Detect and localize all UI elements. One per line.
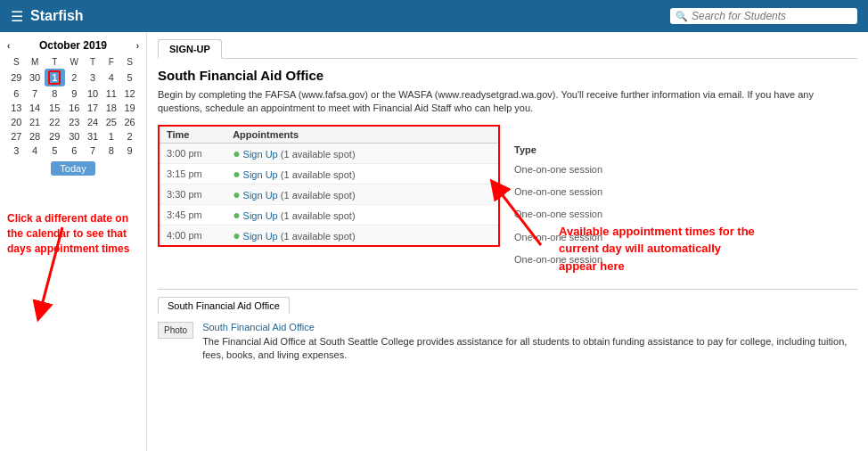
svg-line-1	[40, 227, 62, 312]
signup-link[interactable]: Sign Up	[243, 149, 278, 160]
cal-day[interactable]: 9	[65, 86, 84, 101]
cal-day[interactable]: 30	[26, 69, 45, 86]
time-col-header: Time	[160, 127, 225, 144]
appointment-link-cell: ●Sign Up (1 available spot)	[225, 184, 498, 204]
cal-day[interactable]: 29	[7, 69, 26, 86]
cal-day[interactable]: 1	[102, 129, 120, 144]
availability-text: (1 available spot)	[278, 169, 356, 180]
cal-day[interactable]: 21	[26, 115, 45, 129]
cal-day[interactable]: 27	[7, 129, 26, 144]
cal-day-header: T	[84, 55, 102, 69]
bottom-section: South Financial Aid Office Photo South F…	[158, 289, 857, 363]
cal-day[interactable]: 1	[45, 69, 65, 86]
appointment-time: 3:45 pm	[160, 204, 225, 225]
appointment-row: 4:00 pm●Sign Up (1 available spot)	[160, 225, 498, 245]
cal-day[interactable]: 24	[84, 115, 102, 129]
appointment-row: 3:45 pm●Sign Up (1 available spot)	[160, 204, 498, 225]
cal-day[interactable]: 20	[7, 115, 26, 129]
cal-day[interactable]: 3	[7, 144, 26, 158]
cal-day[interactable]: 12	[120, 86, 139, 101]
search-input[interactable]	[692, 10, 852, 22]
cal-day[interactable]: 14	[26, 101, 45, 115]
cal-day[interactable]: 6	[7, 86, 26, 101]
available-icon: ●	[233, 167, 240, 181]
cal-day[interactable]: 15	[45, 101, 65, 115]
cal-day[interactable]: 7	[84, 144, 102, 158]
search-wrapper: 🔍	[670, 8, 857, 24]
cal-day-header: S	[120, 55, 139, 69]
signup-link[interactable]: Sign Up	[243, 190, 278, 201]
cal-prev-btn[interactable]: ‹	[7, 41, 10, 51]
cal-day[interactable]: 2	[120, 129, 139, 144]
appointment-link-cell: ●Sign Up (1 available spot)	[225, 225, 498, 245]
signup-link[interactable]: Sign Up	[243, 231, 278, 242]
today-button[interactable]: Today	[51, 161, 94, 176]
calendar-header: ‹ October 2019 ›	[7, 39, 139, 52]
cal-day[interactable]: 29	[45, 129, 65, 144]
availability-text: (1 available spot)	[278, 149, 356, 160]
office-bottom-link[interactable]: South Financial Aid Office	[202, 322, 857, 332]
appointment-row: 3:00 pm●Sign Up (1 available spot)	[160, 143, 498, 163]
cal-day-header: S	[7, 55, 26, 69]
type-col-header: Type	[514, 144, 602, 159]
cal-day[interactable]: 8	[45, 86, 65, 101]
cal-day[interactable]: 25	[102, 115, 120, 129]
cal-day[interactable]: 9	[120, 144, 139, 158]
cal-day[interactable]: 16	[65, 101, 84, 115]
available-icon: ●	[233, 146, 240, 160]
cal-day[interactable]: 8	[102, 144, 120, 158]
tabs-container: SIGN-UP	[158, 39, 857, 59]
cal-day-header: W	[65, 55, 84, 69]
photo-box[interactable]: Photo	[158, 322, 193, 339]
bottom-content: Photo South Financial Aid Office The Fin…	[158, 322, 857, 363]
cal-day[interactable]: 4	[102, 69, 120, 86]
cal-day[interactable]: 31	[84, 129, 102, 144]
cal-day[interactable]: 17	[84, 101, 102, 115]
app-title: Starfish	[30, 8, 84, 24]
available-icon: ●	[233, 208, 240, 222]
appointment-time: 3:15 pm	[160, 163, 225, 184]
available-icon: ●	[233, 228, 240, 242]
office-bottom-info: The Financial Aid Office at South Seattl…	[202, 335, 857, 363]
calendar-month-title: October 2019	[39, 39, 107, 52]
main-container: ‹ October 2019 › SMTWTFS 293012345678910…	[0, 32, 868, 451]
appointment-link-cell: ●Sign Up (1 available spot)	[225, 143, 498, 163]
cal-day[interactable]: 19	[120, 101, 139, 115]
app-header: ☰ Starfish 🔍	[0, 0, 868, 32]
availability-text: (1 available spot)	[278, 190, 356, 201]
appointment-link-cell: ●Sign Up (1 available spot)	[225, 163, 498, 184]
cal-day[interactable]: 22	[45, 115, 65, 129]
cal-day[interactable]: 4	[26, 144, 45, 158]
appointment-time: 3:00 pm	[160, 143, 225, 163]
cal-day[interactable]: 2	[65, 69, 84, 86]
cal-next-btn[interactable]: ›	[136, 41, 139, 51]
content-area: SIGN-UP South Financial Aid Office Begin…	[147, 32, 868, 451]
signup-link[interactable]: Sign Up	[243, 210, 278, 221]
calendar-grid: SMTWTFS 29301234567891011121314151617181…	[7, 55, 139, 158]
cal-day[interactable]: 30	[65, 129, 84, 144]
cal-day[interactable]: 6	[65, 144, 84, 158]
cal-day-header: M	[26, 55, 45, 69]
cal-day[interactable]: 18	[102, 101, 120, 115]
svg-line-0	[496, 187, 541, 245]
annotation-right: Available appointment times for the curr…	[479, 178, 755, 275]
cal-day[interactable]: 11	[102, 86, 120, 101]
cal-day[interactable]: 7	[26, 86, 45, 101]
cal-day[interactable]: 5	[120, 69, 139, 86]
menu-icon[interactable]: ☰	[11, 8, 23, 25]
cal-day[interactable]: 10	[84, 86, 102, 101]
signup-link[interactable]: Sign Up	[243, 169, 278, 180]
arrow-down-left-icon	[27, 223, 80, 330]
bottom-tab-office[interactable]: South Financial Aid Office	[158, 297, 290, 315]
cal-day[interactable]: 5	[45, 144, 65, 158]
cal-day[interactable]: 13	[7, 101, 26, 115]
cal-day[interactable]: 26	[120, 115, 139, 129]
cal-day[interactable]: 3	[84, 69, 102, 86]
cal-day-header: T	[45, 55, 65, 69]
tab-signup[interactable]: SIGN-UP	[158, 39, 222, 59]
cal-day[interactable]: 23	[65, 115, 84, 129]
appointment-row: 3:30 pm●Sign Up (1 available spot)	[160, 184, 498, 204]
search-icon: 🔍	[676, 11, 688, 22]
cal-day[interactable]: 28	[26, 129, 45, 144]
appointment-time: 3:30 pm	[160, 184, 225, 204]
